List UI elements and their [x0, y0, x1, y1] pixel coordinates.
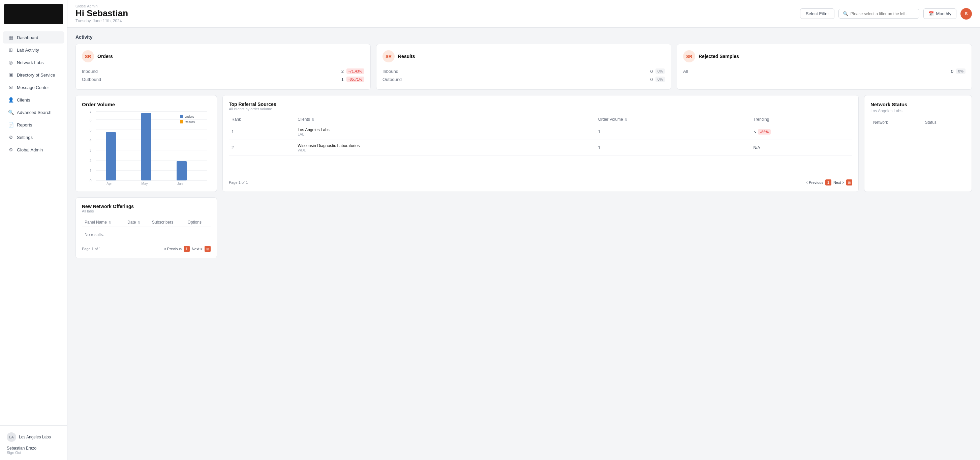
offerings-prev-link[interactable]: < Previous — [164, 247, 181, 251]
results-inbound-badge: 0% — [655, 69, 665, 74]
content-area: Activity SR Orders Inbound 2 -71.43% Out… — [67, 28, 980, 460]
top-referral-page-info: Page 1 of 1 — [229, 180, 248, 184]
sidebar-item-advanced-search[interactable]: 🔍 Advanced Search — [3, 106, 64, 118]
sidebar-item-label: Global Admin — [17, 147, 43, 152]
calendar-icon: 📅 — [928, 11, 934, 16]
inbound-right: 2 -71.43% — [341, 69, 364, 74]
sidebar-item-label: Advanced Search — [17, 110, 52, 115]
date-col-header: Date ⇅ — [125, 218, 149, 227]
header-right: Select Filter 🔍 📅 Monthly S — [800, 8, 972, 19]
sidebar-item-directory[interactable]: ▣ Directory of Service — [3, 69, 64, 81]
sidebar-item-label: Message Center — [17, 85, 49, 90]
svg-text:5: 5 — [90, 128, 92, 132]
prev-page-link[interactable]: < Previous — [806, 180, 823, 184]
sidebar-item-lab-activity[interactable]: ⊞ Lab Activity — [3, 44, 64, 56]
offerings-page-info: Page 1 of 1 — [82, 247, 101, 251]
network-labs-icon: ◎ — [8, 60, 13, 65]
table-header-row: Rank Clients ⇅ Order Volume ⇅ Trending — [229, 115, 852, 124]
rejected-icon: SR — [683, 50, 695, 62]
order-volume-title: Order Volume — [82, 102, 211, 107]
rejected-all-row: All 0 0% — [683, 67, 966, 75]
select-filter-button[interactable]: Select Filter — [800, 8, 835, 19]
clients-icon: 👤 — [8, 97, 13, 102]
header-role: Global Admin — [75, 4, 128, 8]
monthly-button[interactable]: 📅 Monthly — [923, 8, 956, 19]
subscribers-col-header: Subscribers — [149, 218, 185, 227]
trend-badge-1: -86% — [758, 129, 771, 134]
third-row: New Network Offerings All labs Panel Nam… — [75, 197, 972, 258]
offerings-export-icon[interactable]: ⊞ — [205, 246, 211, 252]
offerings-table: Panel Name ⇅ Date ⇅ Subscribers Options — [82, 218, 211, 227]
sidebar-item-label: Lab Activity — [17, 48, 39, 53]
second-row: Order Volume 0 1 2 3 4 5 6 7 — [75, 95, 972, 192]
rejected-all-value: 0 — [951, 69, 953, 74]
client-2: Wisconsin Diagnostic Laboratories WDL — [295, 140, 595, 156]
sidebar-item-settings[interactable]: ⚙ Settings — [3, 131, 64, 143]
sidebar-item-dashboard[interactable]: ▦ Dashboard — [3, 31, 64, 43]
chart-svg: 0 1 2 3 4 5 6 7 — [82, 111, 211, 185]
results-inbound-label: Inbound — [382, 69, 398, 74]
client-1: Los Angeles Labs LAL — [295, 124, 595, 140]
sidebar-item-label: Clients — [17, 97, 30, 102]
orders-card-header: SR Orders — [82, 50, 364, 62]
results-outbound-badge: 0% — [655, 77, 665, 82]
rejected-all-right: 0 0% — [951, 69, 966, 74]
results-outbound-right: 0 0% — [651, 77, 665, 82]
results-card: SR Results Inbound 0 0% Outbound 0 0% — [376, 44, 671, 90]
sidebar-item-reports[interactable]: 📄 Reports — [3, 119, 64, 131]
clients-col-header: Clients ⇅ — [295, 115, 595, 124]
user-avatar[interactable]: S — [961, 8, 972, 19]
sidebar-item-label: Reports — [17, 122, 32, 128]
sidebar-item-label: Directory of Service — [17, 72, 55, 78]
lab-name: Los Angeles Labs — [19, 435, 51, 439]
svg-text:Results: Results — [185, 120, 195, 124]
dashboard-icon: ▦ — [8, 35, 13, 40]
sidebar-item-message-center[interactable]: ✉ Message Center — [3, 81, 64, 93]
offerings-current-page: 1 — [184, 246, 190, 252]
header-left: Global Admin Hi Sebastian Tuesday, June … — [75, 4, 128, 23]
settings-icon: ⚙ — [8, 134, 13, 140]
status-col-header: Status — [923, 118, 966, 127]
top-referral-subtitle: All clients by order volume — [229, 107, 852, 111]
rejected-card: SR Rejected Samples All 0 0% — [677, 44, 972, 90]
client-code-1: LAL — [298, 132, 593, 136]
current-page-num: 1 — [825, 179, 831, 185]
rejected-all-badge: 0% — [956, 69, 966, 74]
no-results-text: No results. — [82, 227, 211, 243]
svg-text:3: 3 — [90, 149, 92, 152]
sidebar-bottom: LA Los Angeles Labs Sebastian Erazo Sign… — [0, 425, 67, 460]
sidebar-nav: ▦ Dashboard ⊞ Lab Activity ◎ Network Lab… — [0, 28, 67, 425]
results-outbound-value: 0 — [651, 77, 653, 82]
sidebar-item-clients[interactable]: 👤 Clients — [3, 94, 64, 106]
table-row: 1 Los Angeles Labs LAL 1 ↘ -86% — [229, 124, 852, 140]
message-icon: ✉ — [8, 85, 13, 90]
outbound-label: Outbound — [82, 77, 101, 82]
outbound-value: 1 — [341, 77, 344, 82]
rejected-all-label: All — [683, 69, 688, 74]
activity-section-title: Activity — [75, 34, 972, 40]
main-content: Global Admin Hi Sebastian Tuesday, June … — [67, 0, 980, 460]
advanced-search-icon: 🔍 — [8, 110, 13, 115]
order-vol-2: 1 — [595, 140, 751, 156]
sidebar-item-network-labs[interactable]: ◎ Network Labs — [3, 56, 64, 69]
filter-search-input[interactable] — [850, 11, 915, 16]
orders-inbound-row: Inbound 2 -71.43% — [82, 67, 364, 75]
directory-icon: ▣ — [8, 72, 13, 78]
inbound-value: 2 — [341, 69, 344, 74]
offerings-header-row: Panel Name ⇅ Date ⇅ Subscribers Options — [82, 218, 211, 227]
top-referral-title: Top Referral Sources — [229, 102, 852, 107]
next-page-link[interactable]: Next > — [834, 180, 844, 184]
export-icon[interactable]: ⊞ — [846, 179, 852, 185]
sidebar-logo — [4, 4, 63, 24]
svg-text:Jun: Jun — [177, 182, 183, 185]
svg-text:7: 7 — [90, 111, 92, 113]
results-card-header: SR Results — [382, 50, 665, 62]
sign-out-link[interactable]: Sign Out — [7, 450, 60, 455]
filter-search-box: 🔍 — [838, 9, 920, 19]
sidebar-item-global-admin[interactable]: ⚙ Global Admin — [3, 144, 64, 156]
top-referral-pagination: < Previous 1 Next > ⊞ — [806, 179, 852, 185]
trend-arrow-1: ↘ — [753, 129, 757, 134]
bar-jun-orders — [177, 161, 187, 180]
offerings-next-link[interactable]: Next > — [192, 247, 202, 251]
top-referral-card: Top Referral Sources All clients by orde… — [223, 95, 859, 192]
